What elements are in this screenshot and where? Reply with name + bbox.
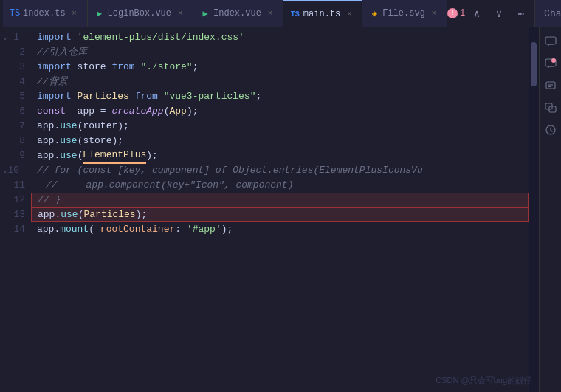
tab-close[interactable]: × <box>265 8 275 18</box>
chat-tab-label: Chat <box>544 8 561 19</box>
tab-loginbox-vue[interactable]: ▶ LoginBox.vue × <box>88 0 193 27</box>
line-num-12: 12 <box>13 193 25 207</box>
error-count: 1 <box>460 8 465 18</box>
chevron-down-btn[interactable]: ∨ <box>489 3 509 24</box>
line-num-13: 13 <box>13 207 25 222</box>
tab-actions: ! 1 ∧ ∨ ⋯ <box>447 3 531 24</box>
code-line-1: import 'element-plus/dist/index.css' <box>31 30 529 45</box>
code-line-5: import Particles from "vue3-particles"; <box>31 89 529 104</box>
code-content: import 'element-plus/dist/index.css' //引… <box>31 27 529 392</box>
chat-icon-2[interactable] <box>543 55 559 72</box>
fold-icon-10[interactable]: ⌄ <box>3 163 7 178</box>
line-num-8: 8 <box>19 134 25 148</box>
line-num-4: 4 <box>19 75 25 89</box>
vue-icon: ▶ <box>95 9 104 18</box>
tab-close[interactable]: × <box>175 8 185 18</box>
cls-particles-13: Particles <box>83 207 135 222</box>
chat-icon-3[interactable] <box>543 78 559 94</box>
more-tabs-btn[interactable]: ⋯ <box>511 3 531 24</box>
code-line-2: //引入仓库 <box>31 45 529 60</box>
code-line-4: //背景 <box>31 75 529 89</box>
line-num-2: 2 <box>19 45 25 60</box>
tab-main-ts[interactable]: TS main.ts × <box>283 0 362 27</box>
code-line-3: import store from "./store"; <box>31 60 529 75</box>
kw-from-5: from <box>135 89 164 104</box>
var-app-14: app. <box>37 222 60 237</box>
line-num-6: 6 <box>19 104 25 119</box>
chevron-up-btn[interactable]: ∧ <box>467 3 487 24</box>
chat-tab[interactable]: Chat <box>534 0 561 27</box>
fn-use-7: use <box>60 119 77 134</box>
line-gutter: ⌄ 1 2 3 4 5 6 7 8 9 ⌄ 10 11 12 13 14 <box>0 27 31 392</box>
fold-icon-1[interactable]: ⌄ <box>3 30 7 45</box>
cls-elementplus: ElementPlus <box>83 148 146 164</box>
paren-close-14: ); <box>221 222 233 237</box>
editor-container: TS index.ts × ▶ LoginBox.vue × ▶ Index.v… <box>0 0 561 392</box>
paren-7: ( <box>78 119 83 134</box>
var-store: store <box>78 60 112 75</box>
comment-12: // } <box>38 193 61 207</box>
tab-bar: TS index.ts × ▶ LoginBox.vue × ▶ Index.v… <box>0 0 561 27</box>
paren-14a: ( <box>89 222 100 237</box>
chat-icon-4[interactable] <box>543 100 559 116</box>
editor-area: ⌄ 1 2 3 4 5 6 7 8 9 ⌄ 10 11 12 13 14 imp… <box>0 27 561 392</box>
code-line-12: // } <box>31 193 529 207</box>
kw-import-3: import <box>37 60 78 75</box>
tab-close-active[interactable]: × <box>344 9 354 19</box>
code-line-6: const app = createApp(App); <box>31 104 529 119</box>
kw2-const: const <box>37 104 66 119</box>
keyword-import: import <box>37 30 78 45</box>
semi-5: ; <box>255 89 261 104</box>
tab-close[interactable]: × <box>429 8 439 18</box>
fn-mount: mount <box>60 222 89 237</box>
colon-14: : <box>175 222 187 237</box>
tab-index-vue[interactable]: ▶ Index.vue × <box>193 0 283 27</box>
chat-icon-5[interactable] <box>543 122 559 138</box>
code-line-13: app.use(Particles); <box>31 207 529 222</box>
var-app-7: app. <box>37 119 60 134</box>
paren-8: ( <box>78 134 83 148</box>
scrollbar-thumb[interactable] <box>531 42 537 86</box>
scrollbar[interactable] <box>529 27 539 392</box>
line-num-1: ⌄ 1 <box>0 30 25 45</box>
str-particles: "vue3-particles" <box>164 89 256 104</box>
kw-from: from <box>111 60 140 75</box>
line-num-14: 14 <box>13 222 25 237</box>
param-root: rootContainer <box>100 222 175 237</box>
var-app-8: app. <box>37 134 60 148</box>
paren-close-6: ); <box>187 104 199 119</box>
error-dot: ! <box>447 8 458 18</box>
code-line-9: app.use(ElementPlus); <box>31 148 529 163</box>
paren-13: ( <box>78 207 84 222</box>
var-router: router <box>83 119 117 134</box>
code-line-7: app.use(router); <box>31 119 529 134</box>
var-store-8: store <box>83 134 111 148</box>
tab-label: File.svg <box>382 8 425 18</box>
fn-createapp: createApp <box>111 104 163 119</box>
tab-label: LoginBox.vue <box>108 8 171 18</box>
var-app: app = <box>66 104 111 119</box>
tab-close[interactable]: × <box>69 8 80 18</box>
paren-close-7: ); <box>117 119 129 134</box>
watermark: CSDN @只会写bug的靓仔 <box>436 375 531 386</box>
cls-particles: Particles <box>78 89 135 104</box>
tab-label-active: main.ts <box>303 9 340 19</box>
comment-4: //背景 <box>37 75 68 89</box>
line-num-3: 3 <box>19 60 25 75</box>
right-panel <box>539 27 561 392</box>
tab-index-ts[interactable]: TS index.ts × <box>3 0 88 27</box>
ts-icon: TS <box>10 9 19 18</box>
paren-close-9: ); <box>146 148 158 163</box>
paren-close-8: ); <box>111 134 123 148</box>
str-app-14: '#app' <box>187 222 221 237</box>
tab-file-svg[interactable]: ◈ File.svg × <box>362 0 447 27</box>
line-num-10: ⌄ 10 <box>0 163 25 178</box>
line-num-11: 11 <box>13 178 25 193</box>
tab-label: Index.vue <box>213 8 261 18</box>
svg-icon: ◈ <box>370 9 379 18</box>
svg-rect-0 <box>545 37 556 44</box>
string-css: 'element-plus/dist/index.css' <box>78 30 244 45</box>
error-badge: ! 1 <box>447 8 465 18</box>
comment-11: // app.component(key+"Icon", component) <box>46 178 293 193</box>
chat-icon-1[interactable] <box>543 33 559 49</box>
